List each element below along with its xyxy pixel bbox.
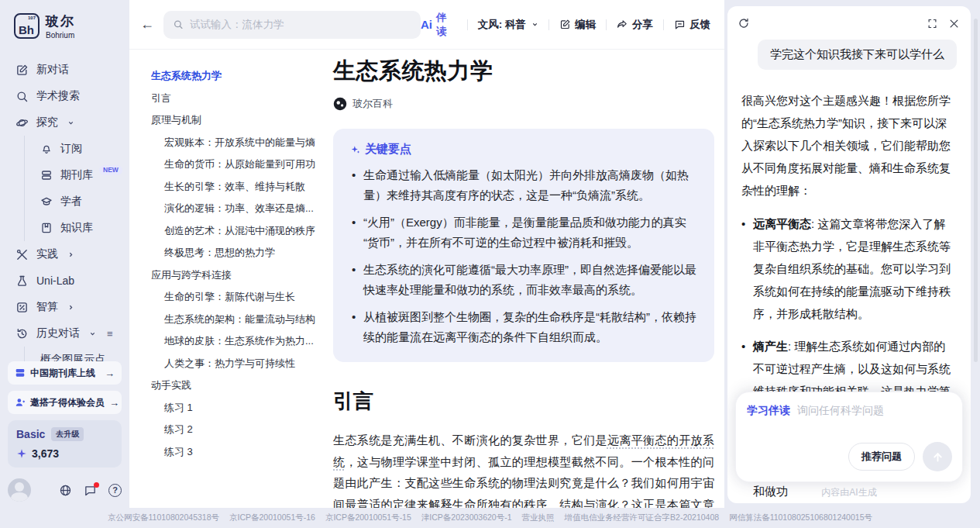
logo-atomic-number: 107 [28, 16, 36, 20]
toc-item[interactable]: 地球的皮肤：生态系统作为热力... [151, 330, 318, 353]
ai-companion-button[interactable]: Ai 伴读 [421, 11, 457, 39]
knowledge-book-icon [40, 222, 53, 234]
topbar: ← Ai 伴读 文风: 科普 编辑 [129, 0, 724, 50]
sidebar-item-label: 学术搜索 [36, 89, 80, 103]
sidebar-item-practice[interactable]: 实践 [11, 241, 122, 267]
send-button[interactable] [923, 442, 952, 471]
sidebar-item-explore[interactable]: 探究 [11, 109, 122, 136]
toc-item[interactable]: 练习 1 [151, 397, 318, 419]
sidebar-item-subscriptions[interactable]: 订阅 [36, 136, 122, 162]
sidebar-item-label: 知识库 [60, 221, 93, 235]
footer-link[interactable]: 津ICP备2023003620号-1 [421, 512, 512, 523]
writing-style-dropdown[interactable]: 文风: 科普 [478, 18, 538, 32]
search-input[interactable] [190, 19, 411, 30]
keypoint-item: “火用”（Exergy）而非能量，是衡量能量品质和做功能力的真实“货币”，并在所… [350, 212, 697, 253]
share-button[interactable]: 分享 [617, 18, 653, 32]
footer-link[interactable]: 网信算法备110108025106801240015号 [729, 512, 872, 523]
toc-item[interactable]: 练习 3 [151, 441, 318, 464]
edit-button[interactable]: 编辑 [559, 18, 596, 32]
search-box[interactable] [163, 11, 421, 39]
logo-symbol: Bh [19, 23, 34, 36]
keypoint-item: 生态系统的演化可能遵循“最大功率原理”，即自然选择偏爱能以最快速率处理能量和做功… [350, 260, 697, 300]
footer-link[interactable]: 京ICP备20010051号-15 [325, 512, 411, 523]
chevron-right-icon [67, 304, 74, 311]
divider [548, 19, 549, 30]
footer-link[interactable]: 营业执照 [522, 512, 555, 523]
main-content: ← Ai 伴读 文风: 科普 编辑 [129, 0, 724, 508]
user-message: 学完这个知识我接下来可以学什么 [758, 40, 957, 70]
keypoint-item: 从植被斑图到整个生物圈，复杂的生命秩序是“耗散结构”，依赖持续的能量流在远离平衡… [350, 307, 697, 347]
toc-item[interactable]: 原理与机制 [151, 109, 318, 132]
refresh-icon [738, 17, 750, 29]
toc-item[interactable]: 终极思考：思想的热力学 [151, 242, 318, 264]
app-logo[interactable]: 107 Bh 玻尔 Bohrium [14, 12, 122, 40]
sparkle-icon [350, 144, 361, 155]
toc-item[interactable]: 创造的艺术：从混沌中涌现的秩序 [151, 220, 318, 243]
promo-label: 邀搭子得体验会员 [30, 396, 105, 409]
sidebar-item-label: 学者 [60, 195, 82, 209]
chat-input[interactable]: 学习伴读 询问任何科学问题 推荐问题 [735, 392, 963, 482]
language-globe-button[interactable] [59, 484, 72, 497]
back-button[interactable]: ← [140, 16, 163, 33]
sidebar-item-new-chat[interactable]: 新对话 [11, 57, 122, 83]
logo-text: 玻尔 Bohrium [46, 12, 75, 40]
ai-bullet-item: 远离平衡态: 这篇文章将带您深入了解非平衡态热力学，它是理解生态系统等复杂自组织… [741, 212, 957, 325]
toc-item[interactable]: 练习 2 [151, 419, 318, 441]
promo-invite-member[interactable]: 邀搭子得体验会员 → [8, 391, 122, 414]
sidebar-item-academic-search[interactable]: 学术搜索 [11, 83, 122, 109]
toc-item[interactable]: 人类之事：热力学与可持续性 [151, 353, 318, 375]
sidebar-item-uni-lab[interactable]: Uni-Lab [11, 267, 122, 294]
sidebar-item-knowledge-base[interactable]: 知识库 [36, 215, 122, 241]
toc-item[interactable]: 生命的引擎：新陈代谢与生长 [151, 286, 318, 309]
points-value: 3,673 [32, 447, 59, 460]
tools-icon [15, 248, 29, 261]
arrow-right-icon: → [109, 397, 119, 409]
chat-input-placeholder: 询问任何科学问题 [797, 404, 884, 418]
promo-journal-launch[interactable]: 中国期刊库上线 → [8, 361, 122, 385]
expand-icon [927, 18, 938, 29]
toc-item[interactable]: 动手实践 [151, 374, 318, 397]
footer-link[interactable]: 京ICP备20010051号-16 [229, 512, 315, 523]
feedback-button[interactable]: 反馈 [674, 18, 710, 32]
messages-button[interactable] [84, 484, 97, 497]
sidebar-item-smart-compute[interactable]: 智算 [11, 294, 122, 320]
points-diamond-icon [16, 448, 27, 459]
ai-chat-panel: 学完这个知识我接下来可以学什么 很高兴您对这个主题感兴趣！根据您所学的“生态系统… [727, 6, 971, 503]
sidebar-item-label: 实践 [36, 247, 58, 261]
toc-item[interactable]: 应用与跨学科连接 [151, 264, 318, 287]
refresh-button[interactable] [738, 17, 750, 29]
toc-item[interactable]: 生命的货币：从原始能量到可用功 [151, 154, 318, 176]
toc-item[interactable]: 演化的逻辑：功率、效率还是熵... [151, 198, 318, 220]
edit-icon [15, 64, 29, 77]
app-root: 107 Bh 玻尔 Bohrium 新对话 学术搜索 探究 [0, 0, 980, 528]
help-button[interactable]: ? [108, 484, 122, 497]
scrollbar[interactable] [974, 19, 978, 362]
suggested-questions-button[interactable]: 推荐问题 [848, 443, 915, 471]
feedback-bubble-icon [674, 19, 686, 30]
bell-icon [40, 143, 53, 155]
journal-stack-icon [40, 169, 53, 181]
author-row[interactable]: 玻尔百科 [333, 97, 714, 111]
toc-item[interactable]: 生态系统的架构：能量流动与结构 [151, 309, 318, 331]
expand-button[interactable] [927, 18, 938, 29]
sidebar-item-journal-library[interactable]: 期刊库 NEW [36, 162, 122, 188]
sidebar-item-scholars[interactable]: 学者 [36, 188, 122, 215]
list-icon[interactable]: ≡ [107, 328, 113, 340]
toc-item[interactable]: 引言 [151, 88, 318, 110]
footer-link[interactable]: 增值电信业务经营许可证合字B2-20210408 [565, 512, 720, 523]
upgrade-button[interactable]: 去升级 [51, 427, 84, 441]
ai-disclaimer: 内容由AI生成 [727, 486, 971, 499]
page-footer: 京公网安备11010802045318号 京ICP备20010051号-16 京… [0, 508, 980, 528]
chat-input-mode-label: 学习伴读 [747, 404, 790, 418]
user-avatar[interactable] [8, 478, 31, 502]
close-button[interactable] [948, 18, 960, 29]
notification-dot [94, 482, 99, 488]
sidebar: 107 Bh 玻尔 Bohrium 新对话 学术搜索 探究 [0, 0, 129, 508]
toc-item[interactable]: 生态系统热力学 [151, 65, 318, 88]
footer-link[interactable]: 京公网安备11010802045318号 [108, 512, 219, 523]
app-name-en: Bohrium [46, 31, 75, 40]
toc-item[interactable]: 宏观账本：开放系统中的能量与熵 [151, 132, 318, 154]
sidebar-item-history[interactable]: 历史对话 ≡ [11, 320, 122, 347]
toc-item[interactable]: 生长的引擎：效率、维持与耗散 [151, 176, 318, 198]
chevron-down-icon [531, 21, 538, 28]
